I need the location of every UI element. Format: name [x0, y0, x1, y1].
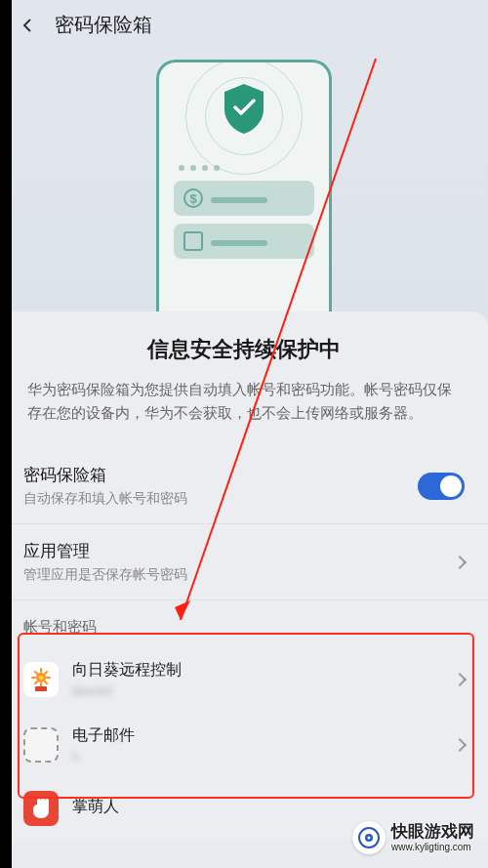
app-account: n: [72, 749, 441, 764]
sunflower-app-icon: [23, 662, 59, 697]
setting-vault-subtitle: 自动保存和填入帐号和密码: [23, 490, 418, 508]
app-name: 向日葵远程控制: [72, 660, 441, 681]
chevron-right-icon: [453, 672, 467, 685]
setting-apps-subtitle: 管理应用是否保存帐号密码: [23, 566, 455, 584]
card-icon: [183, 231, 203, 251]
chevron-right-icon: [453, 737, 467, 751]
info-title: 信息安全持续保护中: [0, 335, 488, 364]
page-title: 密码保险箱: [55, 12, 152, 38]
svg-point-1: [39, 675, 44, 680]
watermark-url: www.kyligting.com: [391, 842, 474, 852]
account-item-sunflower[interactable]: 向日葵远程控制 blurred: [0, 646, 488, 712]
palm-app-icon: [23, 791, 59, 826]
dollar-icon: $: [183, 188, 203, 208]
back-icon[interactable]: [16, 14, 39, 37]
accounts-section-header: 帐号和密码: [0, 600, 488, 646]
setting-password-vault[interactable]: 密码保险箱 自动保存和填入帐号和密码: [0, 448, 488, 524]
setting-app-management[interactable]: 应用管理 管理应用是否保存帐号密码: [0, 524, 488, 600]
app-account: blurred: [72, 683, 441, 698]
chevron-right-icon: [453, 555, 467, 568]
vault-toggle[interactable]: [418, 473, 465, 500]
watermark-logo-icon: [352, 821, 386, 854]
app-name: 掌萌人: [72, 797, 465, 817]
watermark-name: 快眼游戏网: [391, 823, 474, 842]
header: 密码保险箱: [0, 0, 488, 50]
info-description: 华为密码保险箱为您提供自动填入帐号和密码功能。帐号密码仅保存在您的设备内，华为不…: [0, 364, 488, 448]
illustration: $: [0, 50, 488, 323]
watermark: 快眼游戏网 www.kyligting.com: [352, 821, 474, 854]
svg-rect-2: [35, 686, 47, 691]
shield-icon: [220, 82, 268, 136]
setting-vault-title: 密码保险箱: [23, 464, 418, 486]
svg-point-7: [368, 837, 371, 840]
setting-apps-title: 应用管理: [23, 540, 455, 562]
email-app-icon: [23, 727, 59, 763]
app-name: 电子邮件: [72, 725, 441, 746]
account-item-email[interactable]: 电子邮件 n: [0, 712, 488, 777]
